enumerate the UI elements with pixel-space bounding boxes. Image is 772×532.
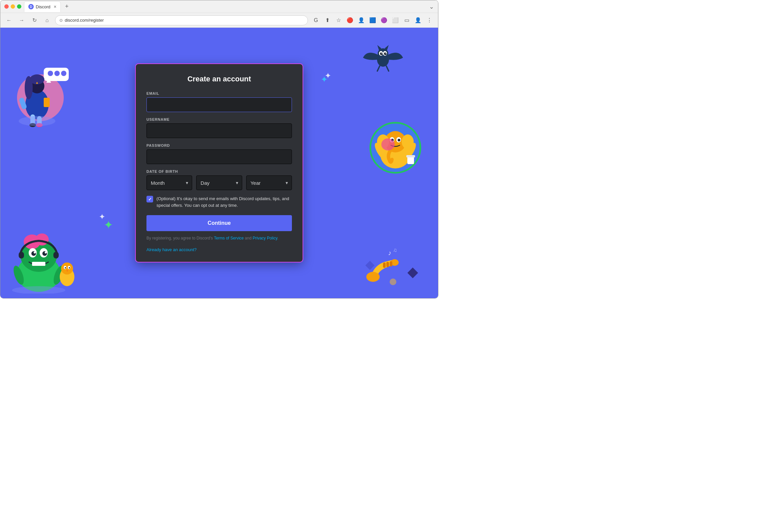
svg-point-14 — [29, 123, 36, 127]
email-input[interactable] — [146, 97, 292, 112]
extension2-icon[interactable]: 👤 — [357, 16, 366, 25]
tab-bar: D Discord × + ⌄ — [24, 1, 434, 12]
continue-button[interactable]: Continue — [146, 215, 292, 231]
svg-point-48 — [384, 52, 387, 55]
url-input[interactable]: ⊙ discord.com/register — [55, 15, 308, 25]
legal-suffix: . — [277, 236, 278, 240]
tos-link[interactable]: Terms of Service — [214, 236, 244, 240]
extension4-icon[interactable]: 🟣 — [379, 16, 389, 25]
login-link[interactable]: Already have an account? — [146, 247, 197, 252]
svg-rect-1 — [44, 68, 69, 81]
svg-point-50 — [386, 53, 387, 54]
svg-point-59 — [391, 139, 394, 141]
svg-point-15 — [36, 123, 43, 127]
day-select[interactable]: Day for(let i=1;i<=31;i++) document.writ… — [196, 175, 242, 190]
register-modal: Create an account EMAIL USERNAME PASSWOR… — [136, 64, 303, 262]
svg-rect-16 — [44, 98, 50, 107]
svg-point-46 — [383, 51, 387, 56]
minimize-window-button[interactable] — [11, 4, 15, 9]
illustration-person-left — [10, 54, 70, 129]
svg-point-41 — [377, 52, 389, 67]
privacy-link[interactable]: Privacy Policy — [253, 236, 277, 240]
forward-button[interactable]: → — [17, 16, 26, 25]
username-input[interactable] — [146, 123, 292, 138]
email-group: EMAIL — [146, 91, 292, 112]
svg-rect-63 — [407, 156, 414, 164]
menu-icon[interactable]: ⋮ — [425, 16, 434, 25]
legal-prefix: By registering, you agree to Discord's — [146, 236, 214, 240]
password-label: PASSWORD — [146, 143, 292, 147]
svg-point-55 — [377, 134, 389, 149]
svg-point-53 — [380, 140, 410, 168]
svg-point-54 — [385, 131, 406, 152]
svg-rect-13 — [37, 116, 42, 126]
svg-point-38 — [69, 267, 70, 269]
extension5-icon[interactable]: ⬜ — [391, 16, 400, 25]
svg-point-67 — [366, 272, 380, 282]
month-select[interactable]: Month JanuaryFebruaryMarch AprilMayJune … — [146, 175, 192, 190]
password-input[interactable] — [146, 149, 292, 164]
svg-point-22 — [29, 248, 37, 257]
address-bar: ← → ↻ ⌂ ⊙ discord.com/register G ⬆ ☆ 🔴 👤… — [0, 13, 438, 28]
google-icon[interactable]: G — [311, 16, 321, 25]
legal-and: and — [244, 236, 253, 240]
svg-point-36 — [68, 266, 70, 269]
svg-point-57 — [390, 137, 394, 142]
svg-point-65 — [381, 138, 395, 150]
svg-point-66 — [391, 259, 399, 266]
email-opt-in-checkbox[interactable] — [146, 196, 153, 202]
svg-point-62 — [403, 141, 418, 161]
tab-menu-button[interactable]: ⌄ — [429, 3, 434, 10]
page-content: ✦ ✦ ◆ — [0, 28, 438, 298]
password-group: PASSWORD — [146, 143, 292, 164]
svg-point-6 — [25, 89, 49, 119]
title-bar: D Discord × + ⌄ — [0, 0, 438, 13]
illustration-bat-right — [361, 41, 405, 79]
share-icon[interactable]: ⬆ — [323, 16, 332, 25]
svg-point-0 — [17, 74, 64, 121]
bookmark-icon[interactable]: ☆ — [334, 16, 343, 25]
svg-point-19 — [20, 238, 57, 272]
close-window-button[interactable] — [4, 4, 9, 9]
back-button[interactable]: ← — [4, 16, 14, 25]
reload-button[interactable]: ↻ — [30, 16, 39, 25]
svg-point-60 — [398, 139, 400, 141]
svg-point-40 — [12, 286, 65, 294]
svg-point-7 — [30, 79, 44, 93]
svg-marker-44 — [385, 45, 389, 50]
modal-title: Create an account — [146, 75, 292, 83]
sparkle-green: ✦ — [99, 212, 105, 221]
svg-rect-29 — [19, 252, 24, 258]
traffic-lights — [4, 4, 21, 9]
active-tab[interactable]: D Discord × — [24, 1, 61, 12]
year-select[interactable]: Year for(let i=2024;i>=1900;i--) documen… — [246, 175, 292, 190]
sidebar-icon[interactable]: ▭ — [402, 16, 411, 25]
email-opt-in-label: (Optional) It's okay to send me emails w… — [156, 195, 292, 208]
home-button[interactable]: ⌂ — [42, 16, 52, 25]
svg-rect-64 — [406, 155, 415, 157]
svg-point-25 — [42, 251, 47, 256]
new-tab-button[interactable]: + — [62, 2, 71, 11]
year-select-wrap: Year for(let i=2024;i>=1900;i--) documen… — [246, 175, 292, 190]
svg-point-32 — [51, 264, 66, 286]
svg-point-24 — [31, 251, 36, 256]
sparkle-cyan: ✦ — [321, 74, 328, 85]
profile-icon[interactable]: 👤 — [413, 16, 423, 25]
svg-point-23 — [40, 248, 48, 257]
svg-point-58 — [396, 137, 401, 142]
modal-container: Create an account EMAIL USERNAME PASSWOR… — [136, 64, 303, 262]
tab-close-button[interactable]: × — [54, 4, 56, 9]
svg-point-18 — [17, 255, 60, 292]
username-label: USERNAME — [146, 117, 292, 121]
svg-point-3 — [54, 71, 60, 76]
svg-point-4 — [61, 71, 66, 76]
extension3-icon[interactable]: 🟦 — [368, 16, 377, 25]
toolbar-icons: G ⬆ ☆ 🔴 👤 🟦 🟣 ⬜ ▭ 👤 ⋮ — [311, 16, 434, 25]
day-select-wrap: Day for(let i=1;i<=31;i++) document.writ… — [196, 175, 242, 190]
svg-marker-39 — [66, 270, 68, 272]
maximize-window-button[interactable] — [17, 4, 21, 9]
extension1-icon[interactable]: 🔴 — [345, 16, 355, 25]
url-text: discord.com/register — [65, 18, 104, 23]
email-opt-in-row: (Optional) It's okay to send me emails w… — [146, 195, 292, 208]
sparkle-green-left: ✦ — [104, 218, 113, 231]
